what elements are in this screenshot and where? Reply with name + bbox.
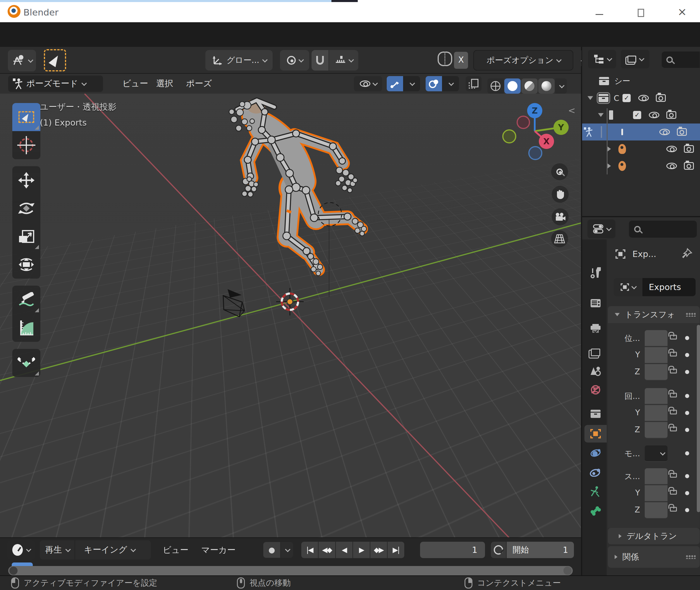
- checkbox-icon[interactable]: ✓: [622, 94, 631, 102]
- tool-move[interactable]: [12, 166, 40, 194]
- breadcrumb-label[interactable]: Exp...: [632, 249, 657, 259]
- tab-physics[interactable]: [584, 444, 607, 462]
- field-location-z[interactable]: [645, 364, 668, 381]
- gizmos-toggle[interactable]: [387, 76, 403, 91]
- outliner-row-armature-selected[interactable]: [582, 123, 700, 140]
- menu-view[interactable]: ビュー: [122, 78, 148, 90]
- minimize-button[interactable]: [596, 14, 603, 15]
- animate-dot-icon[interactable]: [685, 353, 689, 357]
- next-keyframe-button[interactable]: ◆▶: [370, 542, 387, 558]
- axis-neg-x[interactable]: [517, 116, 530, 128]
- tab-tool[interactable]: [584, 264, 607, 282]
- visibility-dropdown[interactable]: [354, 76, 382, 91]
- shading-dropdown[interactable]: [555, 78, 567, 94]
- transform-panel-header[interactable]: トランスフォ: [608, 306, 700, 323]
- animate-dot-icon[interactable]: [685, 370, 689, 374]
- shading-wireframe[interactable]: [487, 78, 504, 94]
- tool-measure[interactable]: [12, 314, 40, 342]
- disclosure-triangle-icon[interactable]: [607, 146, 611, 152]
- eye-icon[interactable]: [649, 112, 659, 118]
- lock-icon[interactable]: [670, 335, 677, 339]
- panel-grip-icon[interactable]: [686, 312, 696, 317]
- outliner-row-armature-parent[interactable]: ✓: [582, 106, 700, 123]
- camera-visibility-icon[interactable]: [684, 145, 694, 153]
- field-location-x[interactable]: [645, 330, 668, 347]
- lock-icon[interactable]: [670, 473, 677, 478]
- tool-rotate[interactable]: [12, 194, 40, 222]
- overlays-toggle[interactable]: [426, 76, 442, 91]
- tab-collection[interactable]: [584, 405, 607, 423]
- tab-view-layer[interactable]: [584, 343, 607, 361]
- snap-toggle[interactable]: [312, 50, 329, 71]
- lock-icon[interactable]: [670, 369, 677, 373]
- frame-start-field[interactable]: 開始 1: [507, 542, 574, 558]
- lock-icon[interactable]: [670, 352, 677, 357]
- disclosure-triangle-icon[interactable]: [607, 163, 611, 169]
- animate-dot-icon[interactable]: [685, 474, 689, 478]
- outliner-row-child-2[interactable]: [582, 158, 700, 175]
- camera-visibility-icon[interactable]: [677, 128, 687, 136]
- properties-search-input[interactable]: [629, 221, 697, 237]
- pin-icon[interactable]: [681, 248, 693, 261]
- relations-panel-header[interactable]: 関係: [608, 546, 700, 568]
- animate-dot-icon[interactable]: [685, 411, 689, 415]
- snap-settings-dropdown[interactable]: [329, 50, 358, 71]
- zoom-button[interactable]: [551, 163, 568, 180]
- eye-icon[interactable]: [666, 146, 677, 152]
- disclosure-triangle-icon[interactable]: [598, 113, 603, 117]
- active-tool-indicator[interactable]: [44, 49, 66, 72]
- gizmos-dropdown[interactable]: [403, 76, 420, 91]
- play-reverse-button[interactable]: ◀: [336, 542, 352, 558]
- animate-dot-icon[interactable]: [685, 394, 689, 398]
- menu-select[interactable]: 選択: [156, 78, 173, 90]
- current-frame-field[interactable]: 1: [420, 542, 485, 558]
- field-rotation-x[interactable]: [645, 388, 668, 404]
- transform-orientation-dropdown[interactable]: グロー...: [205, 50, 273, 71]
- lock-icon[interactable]: [670, 427, 677, 431]
- navigation-gizmo[interactable]: Z Y X: [497, 102, 573, 164]
- tab-bone[interactable]: [584, 502, 607, 520]
- sidebar-collapse-arrow[interactable]: <: [568, 105, 575, 116]
- animate-dot-icon[interactable]: [685, 336, 689, 340]
- close-button[interactable]: ×: [678, 5, 687, 18]
- outliner-row-child-1[interactable]: [582, 140, 700, 158]
- eye-icon[interactable]: [638, 95, 649, 101]
- field-location-y[interactable]: [645, 347, 668, 364]
- viewport-3d[interactable]: ユーザー・透視投影 (1) Exports: [0, 94, 581, 537]
- tab-world[interactable]: [584, 381, 607, 399]
- tool-select-box[interactable]: [12, 103, 40, 131]
- jump-to-end-button[interactable]: ▶|: [387, 542, 404, 558]
- object-name-field[interactable]: Exports: [643, 278, 696, 296]
- axis-neg-y[interactable]: [503, 130, 516, 143]
- checkbox-icon[interactable]: ✓: [633, 111, 641, 119]
- tool-cursor[interactable]: [12, 131, 40, 159]
- perspective-toggle-button[interactable]: [551, 230, 568, 247]
- tab-output[interactable]: [584, 320, 607, 337]
- menu-pose[interactable]: ポーズ: [186, 78, 212, 90]
- field-scale-x[interactable]: [645, 468, 668, 485]
- outliner-display-mode[interactable]: [588, 50, 616, 69]
- jump-to-start-button[interactable]: |◀: [301, 542, 318, 558]
- lock-icon[interactable]: [670, 410, 677, 414]
- overlays-dropdown[interactable]: [442, 76, 459, 91]
- camera-object[interactable]: [223, 289, 245, 317]
- keying-dropdown[interactable]: キーイング: [79, 540, 140, 560]
- axis-neg-z[interactable]: [529, 146, 542, 160]
- animate-dot-icon[interactable]: [685, 428, 689, 432]
- pose-options-dropdown[interactable]: ポーズオプション: [473, 50, 573, 71]
- prev-keyframe-button[interactable]: ◀◆: [319, 542, 335, 558]
- camera-visibility-icon[interactable]: [666, 111, 676, 119]
- mirror-x-toggle[interactable]: X: [454, 52, 468, 69]
- field-rotation-z[interactable]: [645, 422, 668, 438]
- delta-transform-panel-header[interactable]: デルタトラン: [608, 528, 700, 545]
- timeline-editor-type[interactable]: [7, 540, 35, 560]
- pan-hand-button[interactable]: [552, 186, 569, 203]
- outliner-row-collection[interactable]: C ✓: [582, 90, 700, 106]
- object-id-dropdown[interactable]: [614, 278, 642, 296]
- outliner-row-scene-collection[interactable]: シーン: [582, 73, 700, 90]
- animate-dot-icon[interactable]: [685, 451, 689, 456]
- tab-render[interactable]: [584, 294, 607, 312]
- maximize-button[interactable]: [638, 9, 644, 17]
- properties-editor-type[interactable]: [587, 219, 615, 238]
- timeline-scrollbar[interactable]: [8, 566, 573, 575]
